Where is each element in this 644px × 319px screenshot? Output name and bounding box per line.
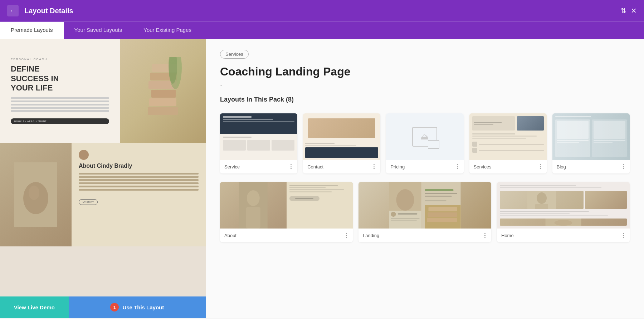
back-button[interactable]: ←	[7, 5, 19, 16]
svg-rect-20	[425, 200, 447, 201]
services2-menu-button[interactable]	[538, 163, 542, 171]
svg-point-12	[247, 190, 260, 206]
service-thumb-bg	[220, 113, 297, 160]
blog-menu-button[interactable]	[621, 163, 625, 171]
about-person-svg	[220, 182, 287, 229]
tab-saved-layouts[interactable]: Your Saved Layouts	[64, 22, 133, 39]
hand-placeholder	[0, 143, 72, 246]
service-menu-button[interactable]	[289, 163, 293, 171]
layout-thumb-blog	[552, 113, 630, 160]
home-person-mini	[500, 191, 584, 209]
layout-count-badge: 1	[110, 303, 119, 311]
my-story-btn[interactable]: MY STORY	[79, 199, 98, 205]
layout-card-about[interactable]: About	[220, 182, 353, 242]
about-line-3	[79, 179, 199, 181]
svg-point-10	[29, 186, 39, 200]
layout-card-contact[interactable]: Contact	[303, 113, 380, 173]
text-line-5	[11, 110, 109, 112]
home-menu-button[interactable]	[621, 231, 625, 239]
about-name: About Cindy Bradly	[79, 163, 199, 169]
about-avatar	[79, 150, 89, 160]
about-line-1	[79, 173, 199, 175]
about-line-5	[79, 186, 199, 187]
pricing-menu-button[interactable]	[455, 163, 459, 171]
svg-point-31	[537, 192, 547, 204]
split-icon-button[interactable]: ⇅	[620, 6, 626, 15]
layout-card-about-footer: About	[220, 229, 353, 242]
svg-rect-24	[427, 218, 457, 222]
blog-label: Blog	[557, 164, 566, 170]
pricing-label: Pricing	[390, 164, 405, 170]
right-panel: Services Coaching Landing Page · Layouts…	[206, 39, 644, 318]
svg-point-26	[391, 212, 396, 217]
about-inner	[220, 182, 353, 229]
about-label: About	[224, 233, 236, 238]
about-line-2	[79, 176, 199, 178]
use-layout-label: Use This Layout	[122, 304, 164, 310]
layout-thumb-services2	[469, 113, 547, 160]
preview-about-content: About Cindy Bradly MY STORY	[72, 143, 206, 246]
layout-card-service[interactable]: Service	[220, 113, 297, 173]
about-left	[220, 182, 287, 229]
layout-thumb-contact	[303, 113, 380, 160]
svg-point-16	[396, 189, 414, 211]
about-line-6	[79, 189, 199, 191]
service-top	[220, 113, 297, 134]
contact-image-strip	[308, 118, 375, 138]
layout-card-services2[interactable]: Services	[469, 113, 547, 173]
layout-thumb-landing	[358, 182, 491, 229]
layout-card-landing[interactable]: Landing	[358, 182, 491, 242]
contact-top	[303, 113, 380, 143]
layout-card-contact-footer: Contact	[303, 160, 380, 173]
layout-card-home-footer: Home	[497, 229, 630, 242]
home-bottom-img	[500, 219, 627, 226]
blog-content-row	[555, 119, 627, 157]
layout-card-home[interactable]: Home	[497, 182, 630, 242]
text-line-4	[11, 107, 109, 109]
view-live-demo-button[interactable]: View Live Demo	[0, 296, 69, 318]
layout-thumb-service	[220, 113, 297, 160]
header: ← Layout Details ⇅ ✕	[0, 0, 644, 21]
layout-card-pricing[interactable]: ⛰ Pricing	[386, 113, 463, 173]
about-menu-button[interactable]	[345, 231, 348, 239]
home-top-images	[500, 191, 627, 209]
svg-rect-19	[425, 196, 452, 197]
close-button[interactable]: ✕	[631, 6, 637, 15]
svg-rect-32	[535, 204, 548, 209]
tabs-bar: Premade Layouts Your Saved Layouts Your …	[0, 21, 644, 39]
preview-blocks-image	[120, 39, 206, 143]
text-line-3	[11, 104, 109, 105]
tab-premade-layouts[interactable]: Premade Layouts	[0, 22, 64, 39]
landing-label: Landing	[363, 233, 379, 238]
layout-card-service-footer: Service	[220, 160, 297, 173]
layout-preview-panel: PERSONAL COACH DEFINESUCCESS INYOUR LIFE…	[0, 39, 206, 318]
svg-rect-28	[391, 218, 420, 219]
landing-menu-button[interactable]	[483, 231, 487, 239]
layouts-grid-row1: Service	[220, 113, 630, 173]
main-content: PERSONAL COACH DEFINESUCCESS INYOUR LIFE…	[0, 39, 644, 318]
pack-dot: ·	[220, 81, 630, 89]
layout-card-blog[interactable]: Blog	[552, 113, 630, 173]
contact-menu-button[interactable]	[372, 163, 376, 171]
service-label: Service	[224, 164, 240, 170]
layouts-grid-row2: About	[220, 182, 630, 242]
preview-hand-image	[0, 143, 72, 246]
cta-bar: View Live Demo 1 Use This Layout	[0, 296, 206, 318]
use-this-layout-button[interactable]: 1 Use This Layout	[69, 296, 206, 318]
services2-icons-row	[472, 142, 544, 147]
svg-rect-18	[425, 193, 457, 194]
preview-text-lines	[11, 97, 109, 113]
hand-svg	[14, 162, 57, 227]
svg-rect-27	[398, 213, 418, 215]
coach-label: PERSONAL COACH	[11, 58, 109, 61]
pack-title: Coaching Landing Page	[220, 65, 630, 78]
layout-thumb-about	[220, 182, 353, 229]
tab-existing-pages[interactable]: Your Existing Pages	[133, 22, 202, 39]
layout-card-services2-footer: Services	[469, 160, 547, 173]
header-title: Layout Details	[24, 7, 615, 15]
svg-rect-4	[149, 98, 176, 106]
svg-rect-3	[151, 90, 176, 98]
services2-top-row	[472, 116, 544, 131]
about-right	[287, 182, 353, 229]
pricing-placeholder-icon: ⛰	[412, 127, 437, 147]
